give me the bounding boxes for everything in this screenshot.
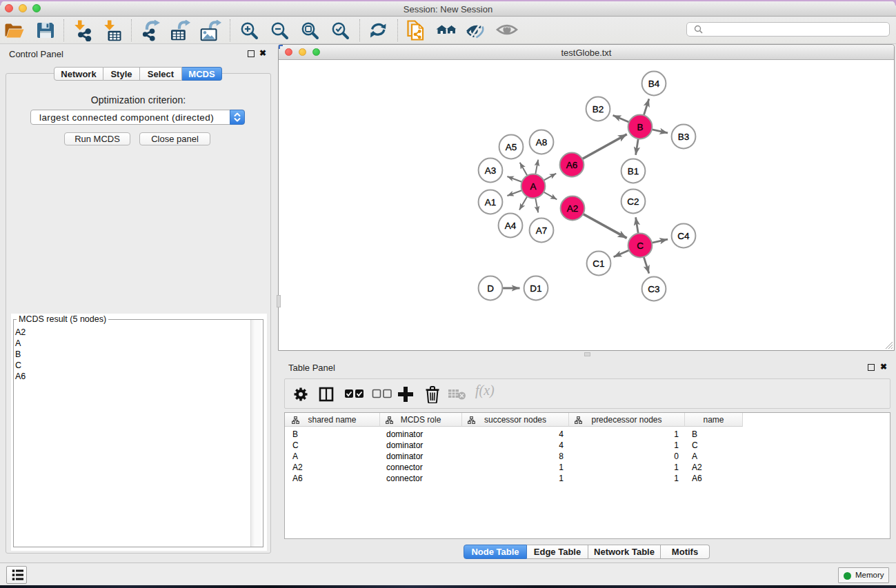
svg-text:B3: B3 [678, 132, 690, 142]
svg-text:A: A [530, 181, 536, 192]
svg-text:A5: A5 [506, 142, 517, 152]
svg-text:C2: C2 [627, 196, 639, 207]
svg-text:A1: A1 [485, 197, 497, 207]
svg-text:C: C [637, 241, 644, 251]
svg-text:D: D [487, 283, 494, 294]
svg-text:B: B [637, 122, 643, 132]
svg-text:A7: A7 [536, 225, 548, 236]
svg-text:C1: C1 [593, 258, 604, 269]
svg-text:A2: A2 [567, 203, 579, 214]
svg-text:D1: D1 [530, 283, 541, 294]
svg-text:A3: A3 [485, 165, 497, 176]
svg-text:C3: C3 [648, 284, 659, 294]
svg-text:A6: A6 [566, 160, 578, 170]
svg-text:B1: B1 [628, 166, 639, 176]
svg-text:B4: B4 [648, 79, 660, 89]
svg-text:C4: C4 [677, 231, 690, 241]
svg-text:A8: A8 [536, 137, 548, 148]
svg-text:B2: B2 [593, 104, 604, 114]
svg-text:A4: A4 [505, 221, 517, 231]
